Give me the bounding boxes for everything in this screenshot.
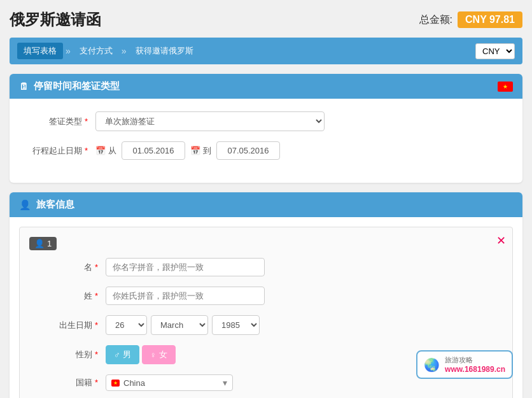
traveler-section-title: 👤 旅客信息 [19, 199, 74, 211]
total-label: 总金额: [419, 13, 452, 27]
stay-section-card: 🗓 停留时间和签证类型 ★ 签证类型 * 单次旅游签证 多次旅游签证 商务签证 [10, 74, 522, 183]
last-name-row: 姓 * [29, 287, 503, 305]
stay-section-body: 签证类型 * 单次旅游签证 多次旅游签证 商务签证 行程起止日期 * 📅 [10, 99, 522, 183]
remove-traveler-button[interactable]: ✕ [496, 234, 506, 248]
stay-section-header: 🗓 停留时间和签证类型 ★ [10, 74, 522, 99]
date-cal-icon-to: 📅 到 [190, 145, 211, 157]
calendar-from-icon: 📅 [95, 146, 106, 155]
date-range-row: 行程起止日期 * 📅 从 📅 到 [19, 141, 513, 160]
male-icon: ♂ [114, 350, 120, 360]
breadcrumb-sep-2: » [122, 46, 127, 56]
breadcrumb-step-1[interactable]: 填写表格 [17, 43, 63, 59]
page-wrapper: 俄罗斯邀请函 总金额: CNY 97.81 填写表格 » 支付方式 » 获得邀请… [0, 0, 532, 398]
page-header: 俄罗斯邀请函 总金额: CNY 97.81 [10, 10, 522, 30]
female-icon: ♀ [150, 350, 157, 360]
visa-type-label: 签证类型 * [19, 116, 95, 127]
visa-type-select[interactable]: 单次旅游签证 多次旅游签证 商务签证 [95, 111, 325, 131]
last-name-input[interactable] [106, 287, 265, 305]
calendar-to-icon: 📅 [190, 146, 200, 155]
total-amount: CNY 97.81 [458, 11, 522, 28]
china-flag: ★ [111, 380, 120, 387]
breadcrumb-step-2[interactable]: 支付方式 [73, 43, 119, 59]
watermark: 🌏 旅游攻略 www.1681989.cn [416, 350, 513, 379]
traveler-icon: 👤 [19, 199, 31, 211]
watermark-url: www.1681989.cn [445, 365, 505, 374]
first-name-row: 名 * [29, 258, 503, 276]
date-from-input[interactable] [122, 141, 185, 160]
page-title: 俄罗斯邀请函 [10, 10, 101, 30]
date-cal-icon-from: 📅 从 [95, 145, 116, 157]
dob-day-select[interactable]: 26 12345 1015202531 [106, 315, 147, 335]
watermark-logo: 🌏 [424, 357, 440, 373]
stay-section-title: 🗓 停留时间和签证类型 [19, 80, 120, 92]
traveler-num-badge: 👤 1 [29, 237, 57, 250]
date-to-input[interactable] [216, 141, 280, 160]
dob-label: 出生日期 * [29, 320, 106, 331]
nationality-label: 国籍 * [29, 377, 106, 388]
visa-type-row: 签证类型 * 单次旅游签证 多次旅游签证 商务签证 [19, 111, 513, 131]
gender-label: 性别 * [29, 349, 106, 360]
last-name-label: 姓 * [29, 290, 106, 302]
dropdown-icon: ▾ [223, 378, 227, 388]
currency-select[interactable]: CNY USD EUR [475, 43, 515, 59]
gender-group: ♂ 男 ♀ 女 [106, 345, 176, 364]
nationality-select[interactable]: ★ China ▾ [106, 374, 233, 391]
dob-year-select[interactable]: 19801981198219831984 1985198619871988199… [212, 315, 260, 335]
total-area: 总金额: CNY 97.81 [419, 11, 522, 28]
flag-icon: ★ [498, 82, 513, 92]
date-range-label: 行程起止日期 * [19, 145, 95, 157]
date-row: 📅 从 📅 到 [95, 141, 280, 160]
breadcrumb-step-3[interactable]: 获得邀请俄罗斯 [129, 43, 200, 59]
dob-group: 26 12345 1015202531 JanuaryFebruary Marc… [106, 315, 260, 335]
breadcrumb-sep-1: » [66, 46, 71, 56]
calendar-icon: 🗓 [19, 81, 29, 92]
gender-female-button[interactable]: ♀ 女 [142, 345, 176, 364]
watermark-text: 旅游攻略 [445, 355, 505, 365]
first-name-input[interactable] [106, 258, 265, 276]
gender-male-button[interactable]: ♂ 男 [106, 345, 139, 364]
breadcrumb: 填写表格 » 支付方式 » 获得邀请俄罗斯 CNY USD EUR [10, 38, 522, 64]
dob-row: 出生日期 * 26 12345 1015202531 JanuaryFebrua… [29, 315, 503, 335]
traveler-person-icon: 👤 [34, 239, 45, 248]
traveler-section-header: 👤 旅客信息 [10, 192, 522, 217]
date-required-mark: * [85, 146, 88, 155]
first-name-label: 名 * [29, 262, 106, 273]
dob-month-select[interactable]: JanuaryFebruary MarchAprilMay JuneJulyAu… [151, 315, 208, 335]
visa-required-mark: * [85, 117, 88, 126]
